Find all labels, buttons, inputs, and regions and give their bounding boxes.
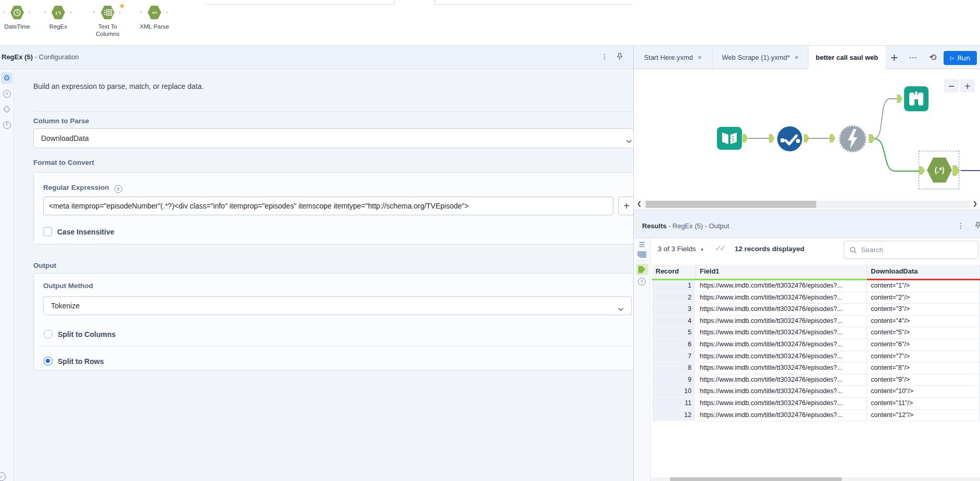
output-method-select[interactable]: Tokenize xyxy=(43,296,632,315)
tool-text-to-columns[interactable]: ★ › › Text To Columns xyxy=(88,5,127,37)
downloaddata-cell[interactable]: content="11"/> xyxy=(867,398,980,410)
regular-expression-input[interactable] xyxy=(43,197,613,215)
pin-panel-icon[interactable] xyxy=(975,222,980,229)
table-row[interactable]: 6 https://www.imdb.com/title/tt3032476/e… xyxy=(652,339,980,351)
split-to-columns-radio[interactable] xyxy=(44,330,53,339)
scrollbar-thumb[interactable] xyxy=(646,201,816,208)
downloaddata-cell[interactable]: content="3"/> xyxy=(867,304,980,316)
help-question-icon[interactable]: ? xyxy=(114,185,122,193)
zoom-out-button[interactable]: − xyxy=(944,79,959,93)
run-workflow-button[interactable]: ▷ Run xyxy=(944,51,977,65)
results-search-box[interactable] xyxy=(844,241,978,259)
zoom-in-button[interactable]: + xyxy=(960,79,975,93)
panel-menu-icon[interactable]: ⋮ xyxy=(957,222,964,230)
field1-cell[interactable]: https://www.imdb.com/title/tt3032476/epi… xyxy=(696,327,867,339)
field1-cell[interactable]: https://www.imdb.com/title/tt3032476/epi… xyxy=(696,339,867,351)
table-row[interactable]: 5 https://www.imdb.com/title/tt3032476/e… xyxy=(652,327,980,339)
field1-cell[interactable]: https://www.imdb.com/title/tt3032476/epi… xyxy=(696,351,867,363)
tab-web-scrape[interactable]: Web Scrape (1).yxmd* ✕ xyxy=(713,46,808,69)
configuration-gear-tab[interactable]: ⚙ xyxy=(1,72,12,84)
table-row[interactable]: 3 https://www.imdb.com/title/tt3032476/e… xyxy=(652,304,980,316)
downloaddata-cell[interactable]: content="7"/> xyxy=(867,351,980,363)
table-row[interactable]: 11 https://www.imdb.com/title/tt3032476/… xyxy=(652,398,980,410)
downloaddata-cell[interactable]: content="4"/> xyxy=(867,316,980,328)
field1-cell[interactable]: https://www.imdb.com/title/tt3032476/epi… xyxy=(696,386,867,398)
field1-cell[interactable]: https://www.imdb.com/title/tt3032476/epi… xyxy=(696,374,867,386)
scrollbar-thumb[interactable] xyxy=(670,477,842,481)
downloaddata-cell[interactable]: content="8"/> xyxy=(867,362,980,374)
results-help-icon[interactable]: ? xyxy=(634,278,650,285)
version-history-icon[interactable]: ⟲ xyxy=(923,46,943,69)
table-row[interactable]: 10 https://www.imdb.com/title/tt3032476/… xyxy=(652,386,980,398)
output-anchor-selector[interactable] xyxy=(634,264,650,275)
navigation-tab[interactable]: ↗ xyxy=(1,88,12,99)
more-tabs-icon[interactable]: ⋯ xyxy=(903,46,923,69)
tool-datetime[interactable]: › › DateTime xyxy=(0,5,37,31)
question-circle-icon: ? xyxy=(638,278,646,285)
help-tab[interactable]: ? xyxy=(1,119,12,131)
case-insensitive-checkbox[interactable] xyxy=(43,227,52,236)
panel-menu-icon[interactable]: ⋮ xyxy=(601,53,608,61)
downloaddata-cell[interactable]: content="12"/> xyxy=(867,410,980,422)
data-view-icon[interactable] xyxy=(634,251,650,258)
regex-canvas-tool[interactable]: (.*) xyxy=(927,157,952,185)
downloaddata-cell[interactable]: content="1"/> xyxy=(867,280,980,292)
column-header-downloaddata[interactable]: DownloadData xyxy=(867,265,980,279)
results-horizontal-scrollbar[interactable] xyxy=(650,477,980,481)
table-row[interactable]: 1 https://www.imdb.com/title/tt3032476/e… xyxy=(652,280,980,292)
downloaddata-cell[interactable]: content="5"/> xyxy=(867,327,980,339)
record-cell: 10 xyxy=(652,386,696,398)
data-quality-check-icon[interactable]: ✓✓ xyxy=(715,243,724,253)
field1-cell[interactable]: https://www.imdb.com/title/tt3032476/epi… xyxy=(696,292,867,304)
add-expression-button[interactable]: + xyxy=(618,197,635,215)
browse-tool[interactable] xyxy=(904,86,929,113)
field1-cell[interactable]: https://www.imdb.com/title/tt3032476/epi… xyxy=(696,362,867,374)
field1-cell[interactable]: https://www.imdb.com/title/tt3032476/epi… xyxy=(696,304,867,316)
tab-better-call-saul-web[interactable]: better call saul web xyxy=(808,46,885,69)
tool-xml-parse[interactable]: › </> › XML Parse xyxy=(135,5,174,31)
table-row[interactable]: 2 https://www.imdb.com/title/tt3032476/e… xyxy=(652,292,980,304)
column-header-field1[interactable]: Field1 xyxy=(696,265,867,279)
downloaddata-cell[interactable]: content="10"/> xyxy=(867,386,980,398)
text-input-tool[interactable] xyxy=(717,127,742,152)
split-to-rows-label: Split to Rows xyxy=(58,357,104,366)
close-tab-icon[interactable]: ✕ xyxy=(698,55,702,60)
downloaddata-cell[interactable]: content="2"/> xyxy=(867,292,980,304)
close-tab-icon[interactable]: ✕ xyxy=(794,55,799,60)
results-table[interactable]: Record Field1 DownloadData 1 https://www… xyxy=(652,265,980,420)
table-row[interactable]: 9 https://www.imdb.com/title/tt3032476/e… xyxy=(652,374,980,386)
tool-regex[interactable]: › (.*) › RegEx xyxy=(38,5,78,31)
downloaddata-cell[interactable]: content="9"/> xyxy=(867,374,980,386)
format-to-convert-label: Format to Convert xyxy=(33,159,94,166)
fields-filter-dropdown[interactable]: 3 of 3 Fields ▾ xyxy=(658,245,703,253)
search-input[interactable] xyxy=(861,246,973,254)
field1-cell[interactable]: https://www.imdb.com/title/tt3032476/epi… xyxy=(696,280,867,292)
select-tool[interactable] xyxy=(777,126,803,153)
record-cell: 6 xyxy=(652,339,696,351)
metadata-view-icon[interactable]: ☰ xyxy=(634,241,650,249)
annotation-tab[interactable] xyxy=(1,103,12,115)
table-row[interactable]: 12 https://www.imdb.com/title/tt3032476/… xyxy=(652,410,980,422)
pin-panel-icon[interactable] xyxy=(617,53,623,60)
download-tool[interactable] xyxy=(838,125,868,155)
split-to-rows-radio[interactable] xyxy=(44,357,53,366)
field1-cell[interactable]: https://www.imdb.com/title/tt3032476/epi… xyxy=(696,316,867,328)
table-row[interactable]: 7 https://www.imdb.com/title/tt3032476/e… xyxy=(652,351,980,363)
table-row[interactable]: 4 https://www.imdb.com/title/tt3032476/e… xyxy=(652,316,980,328)
output-method-value: Tokenize xyxy=(51,302,80,310)
tab-start-here[interactable]: Start Here.yxmd ✕ xyxy=(634,46,713,69)
new-workflow-tab-button[interactable]: + xyxy=(885,46,903,69)
column-to-parse-select[interactable]: DownloadData xyxy=(33,128,640,148)
scroll-left-icon[interactable]: ❮ xyxy=(637,200,642,207)
column-to-parse-value: DownloadData xyxy=(41,134,89,142)
field1-cell[interactable]: https://www.imdb.com/title/tt3032476/epi… xyxy=(696,398,867,410)
workflow-canvas[interactable]: − + xyxy=(634,69,980,199)
table-row[interactable]: 8 https://www.imdb.com/title/tt3032476/e… xyxy=(652,362,980,374)
divider xyxy=(33,111,640,112)
canvas-horizontal-scrollbar[interactable]: ❮ ❯ xyxy=(634,199,980,210)
downloaddata-cell[interactable]: content="6"/> xyxy=(867,339,980,351)
chevron-right-icon: › xyxy=(29,9,31,16)
scroll-right-icon[interactable]: ❯ xyxy=(973,200,977,207)
field1-cell[interactable]: https://www.imdb.com/title/tt3032476/epi… xyxy=(696,410,867,422)
column-header-record[interactable]: Record xyxy=(652,265,696,279)
